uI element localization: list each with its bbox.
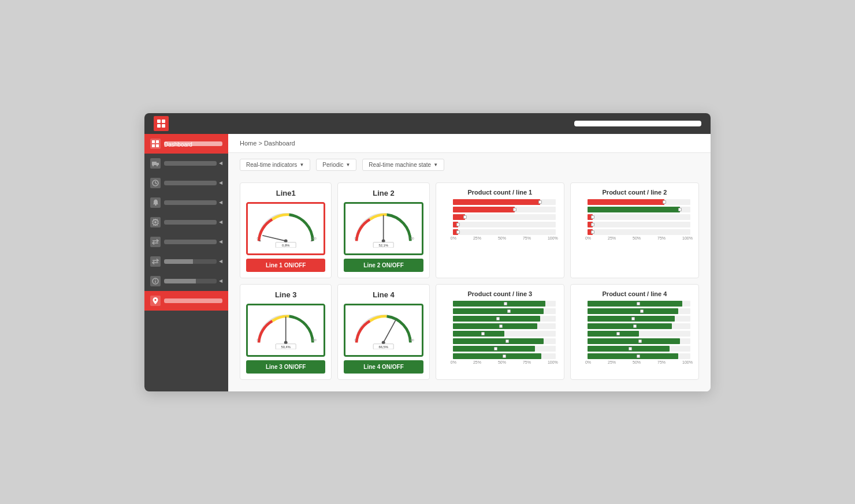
sidebar-item-dashboard[interactable]: Dashboard — [144, 134, 228, 154]
svg-rect-0 — [157, 120, 161, 123]
machine-state-label: Real-time machine state — [369, 162, 431, 168]
location-icon — [150, 296, 161, 306]
sidebar-item-label — [164, 240, 217, 244]
sidebar-item-label — [164, 161, 217, 166]
sidebar-item-5[interactable]: ◀ — [144, 232, 228, 252]
bar-row — [444, 308, 556, 314]
bar-row — [444, 316, 556, 322]
chevron-right-icon: ◀ — [219, 180, 222, 185]
line2-gauge: 52,1% 0 100 — [349, 207, 418, 248]
svg-text:0: 0 — [256, 237, 258, 240]
title-bar-decoration — [574, 121, 701, 126]
bar-row — [579, 353, 690, 359]
line3-onoff-button[interactable]: Line 3 ON/OFF — [246, 360, 325, 374]
app-logo — [154, 116, 169, 131]
svg-text:52,1%: 52,1% — [379, 244, 389, 247]
sidebar-item-6[interactable]: ◀ — [144, 252, 228, 271]
breadcrumb-text: Home > Dashboard — [240, 140, 295, 147]
line1-onoff-button[interactable]: Line 1 ON/OFF — [246, 259, 325, 272]
chart3-bars — [442, 301, 558, 359]
sidebar-item-4[interactable]: ◀ — [144, 212, 228, 232]
svg-text:0: 0 — [355, 339, 356, 342]
svg-line-27 — [263, 236, 286, 241]
svg-text:0: 0 — [256, 339, 258, 342]
bell-icon — [150, 197, 161, 208]
app-window: Dashboard ◀ — [144, 113, 711, 391]
bar-row — [579, 214, 690, 220]
svg-line-45 — [384, 320, 396, 342]
svg-text:100: 100 — [312, 237, 317, 240]
bar-row — [579, 331, 690, 337]
bar-row — [444, 301, 556, 307]
periodic-button[interactable]: Periodic ▼ — [316, 159, 356, 171]
line2-onoff-button[interactable]: Line 2 ON/OFF — [344, 259, 423, 272]
svg-rect-7 — [156, 144, 159, 147]
transfer2-icon — [150, 256, 161, 267]
chart1-bars — [442, 199, 558, 235]
bar-row — [579, 323, 690, 329]
bar-row — [444, 338, 556, 344]
machine-state-button[interactable]: Real-time machine state ▼ — [362, 159, 444, 171]
bar-row — [444, 331, 556, 337]
sidebar-item-label — [164, 279, 217, 283]
bar-row — [444, 199, 556, 205]
chevron-right-icon: ◀ — [219, 259, 222, 264]
sidebar-item-slider — [164, 259, 217, 264]
line4-card: Line 4 66,5% 0 — [337, 284, 429, 380]
chevron-right-icon: ◀ — [219, 219, 222, 225]
svg-point-10 — [153, 165, 154, 166]
bar-row — [444, 323, 556, 329]
svg-rect-5 — [156, 140, 159, 143]
titlebar — [144, 113, 711, 134]
line4-gauge-frame: 66,5% 0 100 — [344, 304, 423, 357]
chart1-title: Product count / line 1 — [442, 189, 558, 196]
chart3-axis: 0% 25% 50% 75% 100% — [442, 359, 558, 364]
sidebar-item-3[interactable]: ◀ — [144, 193, 228, 212]
bar-row — [444, 346, 556, 352]
bar-row — [579, 229, 690, 235]
sidebar-item-label — [164, 220, 217, 225]
line1-title: Line1 — [276, 189, 296, 197]
chart4-card: Product count / line 4 — [570, 284, 699, 380]
svg-rect-9 — [157, 163, 159, 165]
bar-row — [444, 214, 556, 220]
svg-point-23 — [155, 279, 156, 280]
bar-row — [444, 229, 556, 235]
sidebar-item-1[interactable]: ◀ — [144, 154, 228, 173]
svg-point-11 — [157, 165, 158, 166]
bar-row — [444, 207, 556, 212]
sidebar-item-8[interactable] — [144, 291, 228, 311]
svg-point-16 — [154, 221, 157, 223]
line3-title: Line 3 — [275, 290, 297, 299]
bar-row — [579, 199, 690, 205]
svg-text:0,8%: 0,8% — [282, 244, 289, 247]
sidebar-item-label — [164, 181, 217, 185]
svg-rect-15 — [155, 204, 157, 206]
sidebar-item-label — [164, 200, 217, 205]
svg-rect-4 — [152, 140, 155, 143]
line1-gauge-frame: 0,8% 0 100 — [246, 202, 325, 255]
transfer-icon — [150, 237, 161, 247]
chevron-right-icon: ◀ — [219, 239, 222, 244]
bar-row — [444, 353, 556, 359]
svg-text:66,5%: 66,5% — [379, 345, 389, 349]
sidebar-item-2[interactable]: ◀ — [144, 173, 228, 193]
line3-gauge-frame: 50,4% 0 100 — [246, 304, 325, 357]
chevron-right-icon: ◀ — [219, 160, 222, 166]
realtime-indicators-label: Real-time indicators — [246, 162, 297, 168]
svg-text:100: 100 — [410, 237, 414, 240]
chart2-axis: 0% 25% 50% 75% 100% — [577, 235, 693, 240]
bar-row — [579, 316, 690, 322]
sidebar: Dashboard ◀ — [144, 134, 228, 391]
svg-rect-8 — [152, 162, 157, 165]
line4-onoff-button[interactable]: Line 4 ON/OFF — [344, 360, 423, 374]
realtime-indicators-button[interactable]: Real-time indicators ▼ — [240, 159, 310, 171]
svg-rect-3 — [162, 124, 165, 128]
svg-text:0: 0 — [355, 237, 356, 240]
line4-title: Line 4 — [373, 290, 395, 299]
chart2-title: Product count / line 2 — [577, 189, 693, 196]
line1-gauge: 0,8% 0 100 — [251, 207, 320, 248]
bar-row — [579, 207, 690, 212]
sidebar-item-7[interactable]: ◀ — [144, 271, 228, 291]
svg-rect-1 — [162, 120, 165, 123]
